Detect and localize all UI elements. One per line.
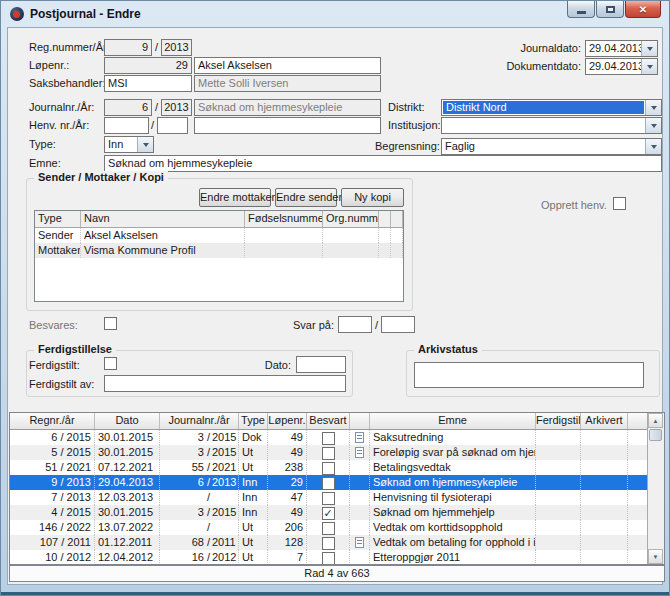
- sender-mottaker-table[interactable]: TypeNavnFødselsnummerOrg.nummer SenderAk…: [34, 210, 404, 302]
- henv-year-field[interactable]: [157, 117, 188, 134]
- journaldato-dropdown-button[interactable]: [641, 41, 657, 56]
- saksbehandler-field[interactable]: MSI: [104, 75, 192, 92]
- begrensning-dropdown-button[interactable]: [645, 139, 661, 154]
- journal-column-header[interactable]: Arkivert: [581, 413, 628, 429]
- scroll-down-button[interactable]: ▼: [648, 549, 663, 564]
- dokumentdato-picker[interactable]: 29.04.2013: [585, 58, 658, 75]
- journal-cell: Foreløpig svar på søknad om hjemmehjelp: [370, 445, 536, 460]
- regnr-field[interactable]: 9: [104, 39, 152, 56]
- arkivstatus-group-title: Arkivstatus: [414, 343, 482, 355]
- journal-row[interactable]: 146 / 202213.07.2022/Ut206Vedtak om kort…: [10, 520, 647, 535]
- journal-cell: [350, 490, 370, 505]
- scrollbar-thumb[interactable]: [649, 429, 662, 441]
- sender-column-header[interactable]: Fødselsnummer: [245, 211, 323, 227]
- distrikt-dropdown-button[interactable]: [645, 100, 661, 115]
- sender-row[interactable]: MottakerVisma Kommune Profil: [35, 243, 403, 258]
- begrensning-combobox[interactable]: Faglig: [441, 138, 662, 155]
- lopenr-field[interactable]: 29: [104, 57, 192, 74]
- type-dropdown-button[interactable]: [137, 137, 153, 152]
- journaldato-picker[interactable]: 29.04.2013: [585, 40, 658, 57]
- journal-row[interactable]: 5 / 201530.01.20153 /2015Ut49Foreløpig s…: [10, 445, 647, 460]
- svar-pa-field[interactable]: [338, 316, 372, 333]
- journal-row[interactable]: 107 / 201101.12.201168 /2011Ut128Vedtak …: [10, 535, 647, 550]
- besvart-checkbox[interactable]: ✓: [322, 507, 335, 520]
- journal-column-header[interactable]: Besvart: [307, 413, 350, 429]
- distrikt-combobox[interactable]: Distrikt Nord: [441, 99, 662, 116]
- endre-sender-button[interactable]: Endre sender: [275, 188, 337, 207]
- journal-table[interactable]: Regnr./årDatoJournalnr./årTypeLøpenr.Bes…: [9, 412, 665, 565]
- journal-cell: 7: [268, 550, 307, 564]
- journal-column-header[interactable]: [350, 413, 370, 429]
- journal-column-header[interactable]: Løpenr.: [268, 413, 307, 429]
- journalnr-field[interactable]: 6: [104, 99, 152, 116]
- besvart-checkbox[interactable]: [322, 492, 335, 505]
- journal-column-header[interactable]: Type: [239, 413, 268, 429]
- journal-cell: 47: [268, 490, 307, 505]
- journal-cell: [628, 430, 647, 445]
- journal-row[interactable]: 10 / 201212.04.201216 /2012Ut7Etteroppgj…: [10, 550, 647, 564]
- henv-text-field[interactable]: [194, 117, 381, 134]
- lopenr-name-field[interactable]: Aksel Akselsen: [194, 57, 381, 74]
- journal-cell: Ut: [239, 460, 268, 475]
- scroll-up-button[interactable]: ▲: [648, 413, 663, 428]
- journal-column-header[interactable]: Ferdigstilt: [536, 413, 581, 429]
- journal-cell: /: [160, 520, 239, 535]
- journal-row[interactable]: 7 / 201312.03.2013/Inn47Henvisning til f…: [10, 490, 647, 505]
- besvares-checkbox[interactable]: [104, 317, 117, 330]
- close-button[interactable]: ✕: [625, 1, 661, 18]
- maximize-button[interactable]: [596, 1, 624, 18]
- endre-mottaker-button[interactable]: Endre mottaker: [199, 188, 271, 207]
- sender-column-header[interactable]: [379, 211, 391, 227]
- journal-cell: 206: [268, 520, 307, 535]
- besvart-checkbox[interactable]: [322, 432, 335, 445]
- titlebar[interactable]: Postjournal - Endre ✕: [1, 1, 669, 27]
- institusjon-combobox[interactable]: [441, 117, 662, 134]
- minimize-button[interactable]: [567, 1, 595, 18]
- journalnr-label: Journalnr./År:: [29, 101, 94, 113]
- besvart-checkbox[interactable]: [322, 552, 335, 564]
- henv-field[interactable]: [104, 117, 149, 134]
- chevron-down-icon: [647, 65, 653, 72]
- journal-cell: Inn: [239, 490, 268, 505]
- journalnr-year-field[interactable]: 2013: [161, 99, 192, 116]
- sender-cell: [379, 243, 391, 258]
- ferdigstilt-av-field[interactable]: [104, 375, 346, 392]
- dokumentdato-dropdown-button[interactable]: [641, 59, 657, 74]
- besvart-checkbox[interactable]: [322, 462, 335, 475]
- ferdigstilt-checkbox[interactable]: [104, 357, 117, 370]
- besvart-checkbox[interactable]: [322, 477, 335, 490]
- besvart-checkbox[interactable]: [322, 522, 335, 535]
- journal-cell: [350, 460, 370, 475]
- institusjon-dropdown-button[interactable]: [645, 118, 661, 133]
- journal-scrollbar[interactable]: ▲ ▼: [647, 413, 664, 564]
- journal-row[interactable]: 6 / 201530.01.20153 /2015Dok49Saksutredn…: [10, 430, 647, 445]
- sender-column-header[interactable]: [391, 211, 403, 227]
- journal-cell: [307, 460, 350, 475]
- journal-cell: [307, 490, 350, 505]
- sender-column-header[interactable]: Type: [35, 211, 81, 227]
- opprett-henv-checkbox[interactable]: [613, 197, 626, 210]
- journal-column-header[interactable]: Emne: [370, 413, 536, 429]
- journal-cell: [536, 445, 581, 460]
- journal-row[interactable]: 51 / 202107.12.202155 /2021Ut238Betaling…: [10, 460, 647, 475]
- besvart-checkbox[interactable]: [322, 447, 335, 460]
- journal-row[interactable]: 9 / 201329.04.20136 /2013Inn29Søknad om …: [10, 475, 647, 490]
- sender-column-header[interactable]: Org.nummer: [323, 211, 379, 227]
- journal-cell: [581, 505, 628, 520]
- sender-column-header[interactable]: Navn: [81, 211, 245, 227]
- type-combobox[interactable]: Inn: [104, 136, 154, 153]
- journal-row[interactable]: 4 / 201530.01.20153 /2015Inn49✓Søknad om…: [10, 505, 647, 520]
- sender-row[interactable]: SenderAksel Akselsen: [35, 228, 403, 243]
- svar-pa-year-field[interactable]: [381, 316, 415, 333]
- journal-cell: 4 / 2015: [10, 505, 95, 520]
- journal-column-header[interactable]: Journalnr./år: [160, 413, 239, 429]
- emne-field[interactable]: Søknad om hjemmesykepleie: [104, 155, 662, 172]
- regnr-year-field[interactable]: 2013: [161, 39, 192, 56]
- dato-field[interactable]: [296, 356, 346, 373]
- besvart-checkbox[interactable]: [322, 537, 335, 550]
- journal-column-header[interactable]: Dato: [95, 413, 160, 429]
- ny-kopi-button[interactable]: Ny kopi: [341, 188, 404, 207]
- journal-cell: 30.01.2015: [95, 445, 160, 460]
- journal-column-header[interactable]: [628, 413, 647, 429]
- journal-column-header[interactable]: Regnr./år: [10, 413, 95, 429]
